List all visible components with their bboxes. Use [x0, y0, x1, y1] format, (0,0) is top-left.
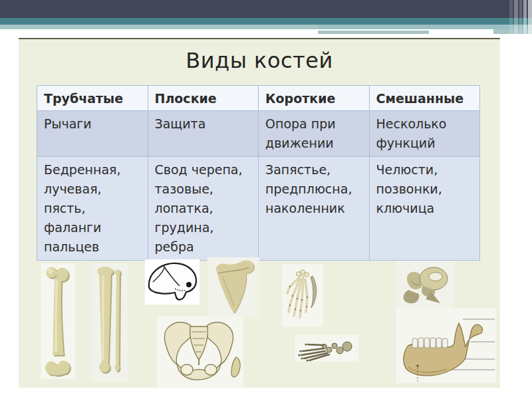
table-header-row: Трубчатые Плоские Короткие Смешанные [37, 86, 480, 111]
tibia-fibula-image [92, 263, 128, 382]
table-row-functions: Рычаги Защита Опора при движении Несколь… [37, 111, 480, 157]
table-header-flat: Плоские [148, 86, 259, 111]
table-cell: Бедренная, лучевая, пясть, фаланги пальц… [37, 157, 148, 261]
banner-sage-bar-left [0, 25, 318, 29]
banner-accent-stripe [528, 0, 532, 35]
table-row-examples: Бедренная, лучевая, пясть, фаланги пальц… [37, 157, 480, 261]
table-cell: Опора при движении [259, 111, 370, 157]
banner-sage-bar-right-upper [318, 25, 532, 29]
table-cell: Защита [148, 111, 259, 157]
pelvis-image [157, 316, 243, 388]
banner-teal-bar [0, 18, 532, 25]
banner-accent-stripe [523, 0, 527, 35]
table-cell: Свод черепа, тазовые, лопатка, грудина, … [148, 157, 259, 261]
slide-canvas: Виды костей Трубчатые Плоские Короткие С… [19, 38, 500, 388]
bone-types-table: Трубчатые Плоские Короткие Смешанные Рыч… [37, 85, 480, 261]
table-header-mixed: Смешанные [369, 86, 480, 111]
slide-title: Виды костей [19, 48, 500, 73]
banner-accent-stripe [519, 0, 522, 35]
table-header-short: Короткие [259, 86, 370, 111]
mandible-image [396, 309, 496, 383]
banner-accent-stripe [509, 0, 513, 35]
table-cell: Запястье, предплюсна, наколенник [259, 157, 370, 261]
hand-bones-image [282, 264, 323, 327]
banner-sage-bar-right-lower [318, 31, 429, 34]
banner-accent-stripe [514, 0, 518, 35]
table-header-tubular: Трубчатые [37, 86, 148, 111]
femur-image [41, 263, 75, 379]
table-cell: Челюсти, позвонки, ключица [369, 157, 480, 261]
foot-bones-image [295, 335, 358, 362]
banner-navy-bar [0, 0, 532, 18]
vertebrae-image [396, 261, 454, 309]
table-cell: Несколько функций [369, 111, 480, 157]
scapula-image [207, 257, 259, 317]
cranium-image [145, 259, 200, 305]
table-cell: Рычаги [37, 111, 148, 157]
